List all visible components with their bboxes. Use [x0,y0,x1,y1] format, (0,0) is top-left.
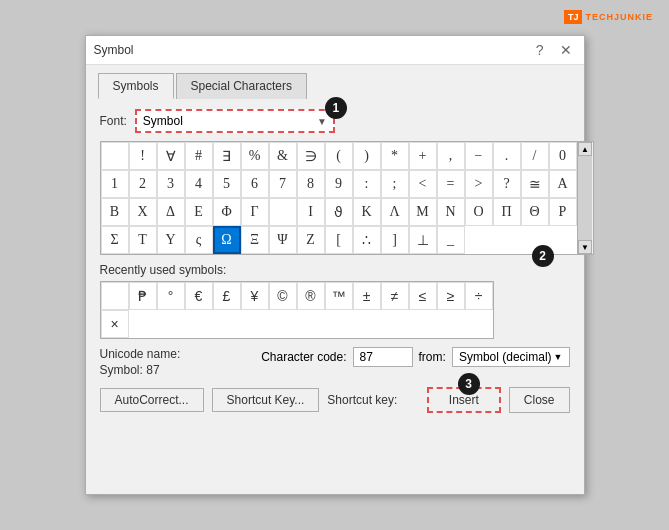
symbol-cell[interactable]: = [437,170,465,198]
help-button[interactable]: ? [532,42,548,58]
recent-cell[interactable] [101,282,129,310]
symbol-cell[interactable]: ∀ [157,142,185,170]
symbol-cell[interactable]: Σ [101,226,129,254]
symbol-cell[interactable]: Ψ [269,226,297,254]
tab-symbols[interactable]: Symbols [98,73,174,99]
recent-cell[interactable]: ≤ [409,282,437,310]
symbol-cell[interactable]: 9 [325,170,353,198]
symbol-cell[interactable]: ) [353,142,381,170]
symbol-cell[interactable]: 2 [129,170,157,198]
symbol-cell[interactable]: ( [325,142,353,170]
symbol-cell[interactable]: Ρ [549,198,577,226]
symbol-cell[interactable]: ! [129,142,157,170]
symbol-cell[interactable]: − [465,142,493,170]
symbol-cell[interactable]: Χ [129,198,157,226]
symbol-cell[interactable]: Ν [437,198,465,226]
symbol-cell[interactable]: Υ [157,226,185,254]
symbol-cell[interactable]: & [269,142,297,170]
recent-cell[interactable]: ₱ [129,282,157,310]
symbol-cell[interactable]: 6 [241,170,269,198]
badge-3: 3 [458,373,480,395]
symbol-cell[interactable]: ϑ [325,198,353,226]
recent-cell[interactable]: ≥ [437,282,465,310]
recent-cell[interactable]: ° [157,282,185,310]
symbol-cell[interactable]: [ [325,226,353,254]
symbol-cell[interactable]: # [185,142,213,170]
symbol-cell[interactable]: 3 [157,170,185,198]
recent-cell[interactable]: ≠ [381,282,409,310]
symbol-cell[interactable]: Δ [157,198,185,226]
symbol-cell[interactable]: _ [437,226,465,254]
symbol-cell[interactable]: > [465,170,493,198]
symbol-cell[interactable]: 5 [213,170,241,198]
symbol-label: Symbol: [100,363,143,377]
symbol-cell[interactable]: Π [493,198,521,226]
symbol-cell[interactable]: ∴ [353,226,381,254]
recent-cell[interactable]: ÷ [465,282,493,310]
symbol-cell[interactable]: Φ [213,198,241,226]
symbol-cell[interactable]: Κ [353,198,381,226]
recent-cell[interactable]: ® [297,282,325,310]
autocorrect-button[interactable]: AutoCorrect... [100,388,204,412]
symbol-cell[interactable]: Μ [409,198,437,226]
symbol-cell[interactable]: ς [185,226,213,254]
scroll-down-button[interactable]: ▼ [578,240,592,254]
from-select[interactable]: Symbol (decimal) ▼ [452,347,570,367]
font-select[interactable]: Symbol ▼ [135,109,335,133]
unicode-name-label: Unicode name: [100,347,181,361]
symbol-cell[interactable]: Ε [185,198,213,226]
from-label: from: [419,350,446,364]
symbol-cell[interactable]: / [521,142,549,170]
symbol-cell[interactable]: ; [381,170,409,198]
char-code-row: Character code: from: Symbol (decimal) ▼ [261,347,569,367]
recent-cell[interactable]: ¥ [241,282,269,310]
symbol-cell[interactable]: Ζ [297,226,325,254]
symbol-cell[interactable]: Τ [129,226,157,254]
font-value: Symbol [143,114,183,128]
recently-used-label: Recently used symbols: [100,263,570,277]
symbol-cell[interactable]: Γ [241,198,269,226]
recent-cell[interactable]: ™ [325,282,353,310]
symbol-dialog: Symbol ? ✕ Symbols Special Characters Fo… [85,35,585,495]
symbol-cell[interactable]: 0 [549,142,577,170]
symbol-cell[interactable]: Ο [465,198,493,226]
symbol-cell[interactable]: Β [101,198,129,226]
recent-cell[interactable]: £ [213,282,241,310]
symbol-cell[interactable]: ∃ [213,142,241,170]
symbol-cell[interactable]: ≅ [521,170,549,198]
symbol-cell-selected[interactable]: Ω [213,226,241,254]
symbol-cell[interactable]: , [437,142,465,170]
tab-special-characters[interactable]: Special Characters [176,73,307,99]
symbol-cell[interactable]: + [409,142,437,170]
symbol-cell[interactable]: Ξ [241,226,269,254]
close-title-button[interactable]: ✕ [556,42,576,58]
recent-cell[interactable]: × [101,310,129,338]
symbol-cell[interactable]: 1 [101,170,129,198]
symbol-cell[interactable]: Θ [521,198,549,226]
symbol-cell[interactable]: : [353,170,381,198]
symbol-cell[interactable]: Ι [297,198,325,226]
symbol-cell[interactable]: * [381,142,409,170]
symbol-cell[interactable]: 7 [269,170,297,198]
char-code-input[interactable] [353,347,413,367]
symbol-cell[interactable]: % [241,142,269,170]
symbol-cell[interactable]: ∋ [297,142,325,170]
recent-cell[interactable]: ± [353,282,381,310]
scroll-up-button[interactable]: ▲ [578,142,592,156]
symbol-cell[interactable]: ⊥ [409,226,437,254]
symbol-cell[interactable]: Α [549,170,577,198]
scrollbar[interactable]: ▲ ▼ [578,141,594,255]
symbol-cell[interactable]: 8 [297,170,325,198]
recent-cell[interactable]: © [269,282,297,310]
recent-cell[interactable]: € [185,282,213,310]
symbol-cell[interactable] [101,142,129,170]
symbol-cell[interactable]: ? [493,170,521,198]
shortcut-key-button[interactable]: Shortcut Key... [212,388,320,412]
symbol-cell[interactable]: < [409,170,437,198]
symbol-cell[interactable] [269,198,297,226]
symbol-cell[interactable]: ] [381,226,409,254]
symbol-cell[interactable]: Λ [381,198,409,226]
close-dialog-button[interactable]: Close [509,387,570,413]
symbol-cell[interactable]: 4 [185,170,213,198]
symbol-cell[interactable]: . [493,142,521,170]
